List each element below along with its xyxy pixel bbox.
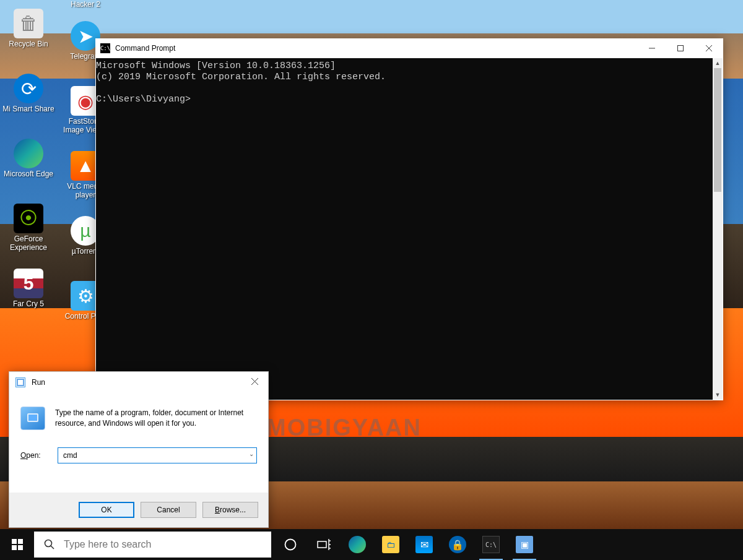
edge-icon xyxy=(349,536,366,553)
svg-rect-11 xyxy=(18,539,23,544)
desktop-icon-label: GeForce Experience xyxy=(1,235,56,252)
security-icon: 🔒 xyxy=(449,536,466,553)
browse-button[interactable]: Browse... xyxy=(202,502,258,518)
task-view-button[interactable] xyxy=(307,529,341,560)
open-label: Open: xyxy=(20,451,45,460)
scroll-down-icon[interactable]: ▼ xyxy=(713,390,723,400)
command-prompt-title: Command Prompt xyxy=(115,44,175,53)
mail-icon: ✉ xyxy=(415,536,433,553)
desktop-icon-label: Recycle Bin xyxy=(9,40,48,48)
minimize-button[interactable] xyxy=(638,38,666,58)
close-button[interactable] xyxy=(695,38,723,58)
svg-line-15 xyxy=(51,546,54,549)
ok-button[interactable]: OK xyxy=(79,502,134,518)
bin-icon: 🗑 xyxy=(14,9,43,38)
fc5-icon: 5 xyxy=(14,269,43,298)
taskbar-command-prompt[interactable]: C:\ xyxy=(474,529,508,560)
run-dialog-icon xyxy=(15,377,25,387)
scroll-track[interactable] xyxy=(713,192,723,390)
cancel-button[interactable]: Cancel xyxy=(141,502,196,518)
svg-rect-1 xyxy=(678,45,684,51)
taskbar-search-input[interactable] xyxy=(64,539,271,550)
run-description: Type the name of a program, folder, docu… xyxy=(55,407,257,430)
mismart-icon: ⟳ xyxy=(14,74,43,103)
watermark: MOBIGYAAN xyxy=(266,415,422,441)
svg-rect-5 xyxy=(18,380,23,385)
run-titlebar[interactable]: Run xyxy=(9,372,268,393)
desktop-icon[interactable]: 5Far Cry 5 xyxy=(0,260,57,325)
task-view-icon xyxy=(315,536,332,553)
taskbar-edge[interactable] xyxy=(341,529,374,560)
start-button[interactable] xyxy=(0,529,34,560)
windows-icon xyxy=(12,539,23,550)
svg-point-16 xyxy=(285,540,296,550)
desktop-icon-label: Hacker 2 xyxy=(71,0,100,9)
svg-rect-13 xyxy=(18,545,23,550)
run-open-input[interactable] xyxy=(58,447,257,463)
taskbar-run[interactable]: ▣ xyxy=(508,529,541,560)
scrollbar[interactable]: ▲ ▼ xyxy=(713,58,723,400)
cmd-taskbar-icon: C:\ xyxy=(482,536,500,553)
taskbar-search[interactable] xyxy=(34,532,271,558)
command-prompt-titlebar[interactable]: C:\ Command Prompt xyxy=(95,38,723,58)
command-prompt-window: C:\ Command Prompt Microsoft Windows [Ve… xyxy=(95,38,723,400)
svg-rect-9 xyxy=(28,415,37,421)
desktop-icon[interactable]: ⟳Mi Smart Share xyxy=(0,65,57,130)
run-dialog: Run Type the name of a program, folder, … xyxy=(9,371,269,528)
taskbar: 🗀 ✉ 🔒 C:\ ▣ xyxy=(0,529,743,560)
desktop-icon-label: Microsoft Edge xyxy=(4,170,53,178)
desktop-icon-label: Far Cry 5 xyxy=(13,299,44,308)
svg-rect-12 xyxy=(12,545,17,550)
desktop: 🗑Recycle Bin⟳Mi Smart ShareMicrosoft Edg… xyxy=(0,0,743,560)
scroll-up-icon[interactable]: ▲ xyxy=(713,58,723,68)
cortana-button[interactable] xyxy=(274,529,307,560)
scroll-thumb[interactable] xyxy=(714,68,721,192)
nvidia-icon: ⦿ xyxy=(14,204,43,233)
desktop-icon-label: Mi Smart Share xyxy=(2,105,54,113)
taskbar-file-explorer[interactable]: 🗀 xyxy=(374,529,407,560)
maximize-button[interactable] xyxy=(666,38,695,58)
run-large-icon xyxy=(20,407,45,430)
desktop-icon[interactable]: Hacker 2 xyxy=(57,0,114,12)
run-dialog-title: Run xyxy=(32,378,45,387)
taskbar-mail[interactable]: ✉ xyxy=(407,529,441,560)
svg-point-14 xyxy=(45,540,52,547)
run-close-button[interactable] xyxy=(241,372,268,390)
command-prompt-body[interactable]: Microsoft Windows [Version 10.0.18363.12… xyxy=(96,58,713,400)
svg-rect-17 xyxy=(318,541,326,548)
file-explorer-icon: 🗀 xyxy=(382,536,399,553)
cortana-icon xyxy=(282,536,299,553)
taskbar-security[interactable]: 🔒 xyxy=(441,529,474,560)
desktop-icon[interactable]: ⦿GeForce Experience xyxy=(0,195,57,260)
edge-icon xyxy=(14,139,43,168)
desktop-icon[interactable]: Microsoft Edge xyxy=(0,130,57,195)
desktop-icon[interactable]: 🗑Recycle Bin xyxy=(0,0,57,65)
run-taskbar-icon: ▣ xyxy=(516,536,533,553)
search-icon xyxy=(44,539,55,550)
cmd-icon: C:\ xyxy=(100,43,110,53)
svg-rect-10 xyxy=(12,539,17,544)
